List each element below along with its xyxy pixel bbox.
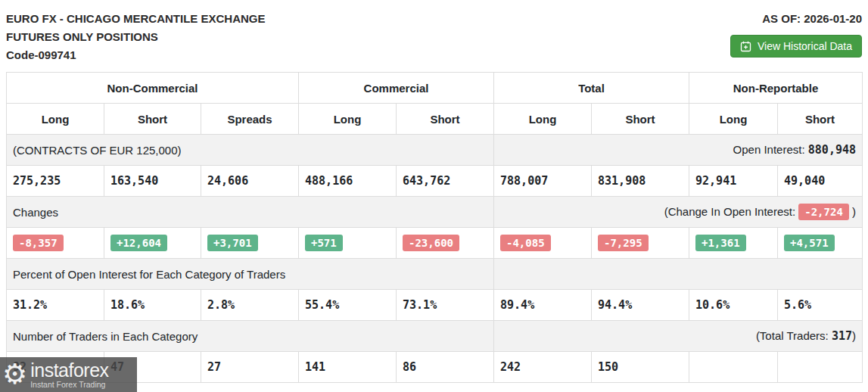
report-title-line2: FUTURES ONLY POSITIONS bbox=[6, 28, 266, 46]
change-open-interest-cell: (Change In Open Interest: -2,724 ) bbox=[494, 197, 863, 228]
position-value: 788,007 bbox=[494, 166, 592, 197]
traders-section-label: Number of Traders in Each Category bbox=[7, 321, 494, 352]
contracts-section-row: (CONTRACTS OF EUR 125,000) Open Interest… bbox=[7, 135, 863, 166]
traders-value bbox=[689, 352, 778, 383]
change-open-interest-suffix: ) bbox=[849, 205, 856, 218]
column-header: Short bbox=[397, 104, 494, 135]
report-code: Code-099741 bbox=[6, 46, 266, 64]
report-title-block: EURO FX - CHICAGO MERCANTILE EXCHANGE FU… bbox=[6, 10, 266, 64]
column-header: Long bbox=[689, 104, 778, 135]
total-traders-suffix: ) bbox=[852, 329, 856, 342]
column-header: Short bbox=[104, 104, 201, 135]
change-cell: +12,604 bbox=[104, 228, 201, 259]
position-value: 831,908 bbox=[592, 166, 689, 197]
percent-section-row: Percent of Open Interest for Each Catego… bbox=[7, 259, 863, 290]
traders-value: 150 bbox=[592, 352, 689, 383]
change-open-interest-prefix: (Change In Open Interest: bbox=[664, 205, 799, 218]
page-header: EURO FX - CHICAGO MERCANTILE EXCHANGE FU… bbox=[0, 0, 868, 64]
instaforex-brand-name: instaforex bbox=[30, 361, 108, 380]
total-traders-prefix: (Total Traders: bbox=[756, 329, 832, 342]
percent-value: 31.2% bbox=[7, 290, 104, 321]
header-right: AS OF: 2026-01-20 View Historical Data bbox=[730, 10, 862, 58]
changes-label: Changes bbox=[7, 197, 494, 228]
traders-value: 27 bbox=[201, 352, 299, 383]
contracts-label: (CONTRACTS OF EUR 125,000) bbox=[7, 135, 494, 166]
view-historical-data-label: View Historical Data bbox=[758, 40, 852, 52]
change-cell: +1,361 bbox=[689, 228, 778, 259]
change-cell: -7,295 bbox=[592, 228, 689, 259]
traders-value bbox=[778, 352, 863, 383]
total-traders-value: 317 bbox=[832, 329, 852, 343]
percent-value: 55.4% bbox=[299, 290, 397, 321]
cot-report-page: { "header": { "title_line1": "EURO FX - … bbox=[0, 0, 868, 392]
positions-row: 275,235 163,540 24,606 488,166 643,762 7… bbox=[7, 166, 863, 197]
percent-value: 5.6% bbox=[778, 290, 863, 321]
percent-value: 89.4% bbox=[494, 290, 592, 321]
percent-value: 73.1% bbox=[397, 290, 494, 321]
change-badge: -23,600 bbox=[403, 235, 459, 251]
percent-value: 18.6% bbox=[104, 290, 201, 321]
change-badge: -7,295 bbox=[598, 235, 649, 251]
changes-row: -8,357 +12,604 +3,701 +571 -23,600 -4,08… bbox=[7, 228, 863, 259]
traders-value: 141 bbox=[299, 352, 397, 383]
total-traders-cell: (Total Traders: 317) bbox=[494, 321, 863, 352]
change-badge: +3,701 bbox=[207, 235, 258, 251]
open-interest-cell: Open Interest: 880,948 bbox=[494, 135, 863, 166]
percent-section-label: Percent of Open Interest for Each Catego… bbox=[7, 259, 494, 290]
position-value: 24,606 bbox=[201, 166, 299, 197]
change-open-interest-badge: -2,724 bbox=[798, 204, 849, 220]
traders-value: 242 bbox=[494, 352, 592, 383]
instaforex-tagline: Instant Forex Trading bbox=[30, 381, 108, 389]
change-cell: -4,085 bbox=[494, 228, 592, 259]
position-value: 49,040 bbox=[778, 166, 863, 197]
percents-row: 31.2% 18.6% 2.8% 55.4% 73.1% 89.4% 94.4%… bbox=[7, 290, 863, 321]
change-cell: +571 bbox=[299, 228, 397, 259]
position-value: 643,762 bbox=[397, 166, 494, 197]
position-value: 92,941 bbox=[689, 166, 778, 197]
instaforex-logo-text: instaforex Instant Forex Trading bbox=[30, 361, 108, 389]
change-badge: +571 bbox=[305, 235, 343, 251]
group-header-row: Non-Commercial Commercial Total Non-Repo… bbox=[7, 73, 863, 104]
column-header: Spreads bbox=[201, 104, 299, 135]
change-badge: -4,085 bbox=[500, 235, 551, 251]
open-interest-value: 880,948 bbox=[808, 143, 856, 157]
column-header: Long bbox=[7, 104, 104, 135]
position-value: 163,540 bbox=[104, 166, 201, 197]
column-header: Long bbox=[494, 104, 592, 135]
view-historical-data-button[interactable]: View Historical Data bbox=[730, 35, 862, 58]
column-header: Long bbox=[299, 104, 397, 135]
position-value: 488,166 bbox=[299, 166, 397, 197]
column-header-row: Long Short Spreads Long Short Long Short… bbox=[7, 104, 863, 135]
percent-value: 94.4% bbox=[592, 290, 689, 321]
position-value: 275,235 bbox=[7, 166, 104, 197]
change-cell: +3,701 bbox=[201, 228, 299, 259]
group-header-non-reportable: Non-Reportable bbox=[689, 73, 863, 104]
traders-value: 86 bbox=[397, 352, 494, 383]
open-interest-label: Open Interest: bbox=[733, 143, 808, 156]
instaforex-watermark: ⚙ instaforex Instant Forex Trading bbox=[0, 357, 137, 392]
group-header-commercial: Commercial bbox=[299, 73, 494, 104]
calendar-plus-icon bbox=[740, 41, 751, 52]
percent-value: 2.8% bbox=[201, 290, 299, 321]
change-cell: +4,571 bbox=[778, 228, 863, 259]
instaforex-gear-icon: ⚙ bbox=[2, 360, 27, 388]
cot-table: Non-Commercial Commercial Total Non-Repo… bbox=[6, 72, 863, 383]
column-header: Short bbox=[592, 104, 689, 135]
column-header: Short bbox=[778, 104, 863, 135]
traders-section-row: Number of Traders in Each Category (Tota… bbox=[7, 321, 863, 352]
change-cell: -23,600 bbox=[397, 228, 494, 259]
change-badge: +1,361 bbox=[695, 235, 746, 251]
report-title-line1: EURO FX - CHICAGO MERCANTILE EXCHANGE bbox=[6, 10, 266, 28]
change-cell: -8,357 bbox=[7, 228, 104, 259]
as-of-date: AS OF: 2026-01-20 bbox=[730, 12, 862, 25]
changes-section-row: Changes (Change In Open Interest: -2,724… bbox=[7, 197, 863, 228]
change-badge: +12,604 bbox=[110, 235, 167, 251]
change-badge: -8,357 bbox=[13, 235, 64, 251]
change-badge: +4,571 bbox=[784, 235, 835, 251]
group-header-total: Total bbox=[494, 73, 689, 104]
group-header-non-commercial: Non-Commercial bbox=[7, 73, 299, 104]
percent-section-empty bbox=[494, 259, 863, 290]
percent-value: 10.6% bbox=[689, 290, 778, 321]
